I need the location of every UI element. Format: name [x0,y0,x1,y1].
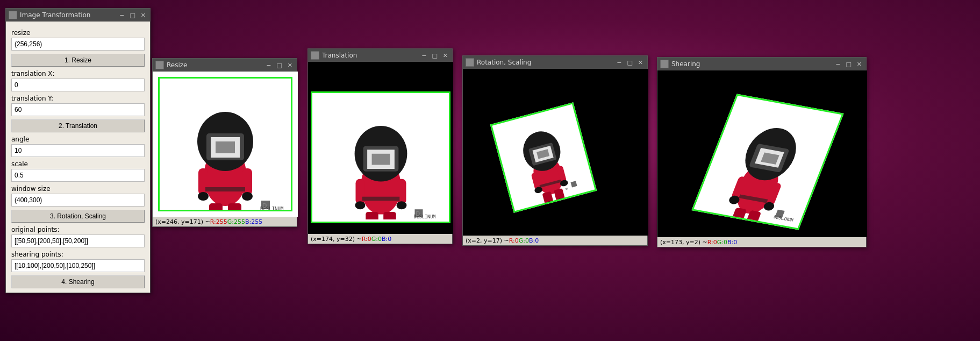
rotation-scaling-window: Rotation, Scaling − □ ✕ [462,55,648,246]
translation-character-svg: DESLINUM D [312,93,449,219]
resize-image-area: DESLINUM D [153,72,298,217]
translation-minimize[interactable]: − [420,53,428,59]
svg-rect-45 [554,188,565,202]
svg-rect-60 [731,208,747,224]
translation-status-b: B:0 [382,236,391,243]
translation-title: Translation [322,52,357,59]
resize-titlebar[interactable]: Resize − □ ✕ [153,59,297,72]
shearing-maximize[interactable]: □ [844,61,853,67]
translation-status-g: G:0 [371,236,382,243]
translation-button[interactable]: 2. Translation [11,119,145,132]
shearing-status-coords: (x=173, y=2) ~ [660,239,707,246]
shearing-status-bar: (x=173, y=2) ~ R:0 G:0 B:0 [657,237,866,247]
resize-input[interactable] [11,38,145,51]
svg-rect-26 [362,197,400,201]
control-panel-title: Image Transformation [20,11,90,19]
rotation-status-r: R:0 [509,237,519,244]
resize-status-g: G:255 [227,218,245,225]
shearing-status-r: R:0 [707,239,717,246]
shearing-button[interactable]: 4. Shearing [11,275,145,288]
svg-point-24 [355,201,366,209]
resize-button[interactable]: 1. Resize [11,54,145,67]
resize-window-icon [155,61,164,69]
rotation-status-b: B:0 [529,237,539,244]
resize-status-coords: (x=246, y=171) ~ [155,218,210,225]
resize-status-r: R:255 [210,218,227,225]
translation-close[interactable]: ✕ [441,53,449,59]
rotation-status-coords: (x=2, y=17) ~ [466,237,509,244]
rotation-close[interactable]: ✕ [636,60,645,66]
rotation-image-area: D [463,69,648,236]
svg-rect-21 [372,154,390,165]
resize-status-bar: (x=246, y=171) ~ R:255 G:255 B:255 [153,217,297,226]
shearing-close[interactable]: ✕ [855,61,863,67]
resize-status-b: B:255 [245,218,262,225]
windowSize-input[interactable] [11,194,145,207]
rotation-status-bar: (x=2, y=17) ~ R:0 G:0 B:0 [463,236,647,245]
angle-input[interactable] [11,144,145,157]
shearing-minimize[interactable]: − [834,61,842,67]
shearing-title: Shearing [671,60,700,68]
translation-window-controls: − □ ✕ [420,53,449,59]
svg-text:D: D [565,188,569,190]
rotation-scaling-titlebar[interactable]: Rotation, Scaling − □ ✕ [463,56,647,69]
scale-label: scale [11,160,145,168]
window-icon [9,11,17,19]
translationX-label: translation X: [11,70,145,77]
control-panel-content: resize 1. Resize translation X: translat… [6,22,150,293]
translationX-input[interactable] [11,79,145,91]
translation-maximize[interactable]: □ [430,53,439,59]
control-panel-window: Image Transformation − □ ✕ resize 1. Res… [5,8,151,293]
translation-image-area: DESLINUM D [308,62,453,234]
resize-close[interactable]: ✕ [286,62,294,68]
close-button[interactable]: ✕ [139,12,147,18]
svg-rect-49 [570,181,577,187]
rotation-minimize[interactable]: − [615,60,623,66]
resize-minimize[interactable]: − [264,62,273,68]
shearing-status-g: G:0 [717,239,727,246]
rotation-maximize[interactable]: □ [625,60,634,66]
window-controls: − □ ✕ [118,12,147,18]
resize-window: Resize − □ ✕ [152,58,297,227]
shearing-status-b: B:0 [727,239,737,246]
translation-window: Translation − □ ✕ [307,48,453,244]
resize-window-controls: − □ ✕ [264,62,294,68]
rotation-scaling-title: Rotation, Scaling [477,59,531,66]
shearing-window-controls: − □ ✕ [834,61,863,67]
angle-label: angle [11,136,145,143]
svg-rect-27 [366,212,378,219]
svg-rect-28 [383,212,396,219]
rotation-scaling-controls: − □ ✕ [615,60,645,66]
resize-title: Resize [167,61,187,69]
shearing-window-icon [660,60,669,68]
translation-status-coords: (x=174, y=32) ~ [311,236,362,243]
windowSize-label: window size [11,185,145,193]
translation-window-icon [311,51,319,60]
svg-text:D: D [416,210,420,217]
shearing-image-area: DESLINUM [657,70,867,237]
minimize-button[interactable]: − [118,12,126,18]
translation-status-r: R:0 [362,236,371,243]
rotation-character-svg: D [492,104,595,211]
shearing-window: Shearing − □ ✕ [657,57,867,247]
control-panel-titlebar[interactable]: Image Transformation − □ ✕ [6,9,150,22]
resize-label: resize [11,29,145,37]
shearingPoints-label: shearing points: [11,251,145,258]
svg-point-25 [397,201,407,209]
maximize-button[interactable]: □ [128,12,137,18]
rotation-scaling-button[interactable]: 3. Rotation, Scaling [11,210,145,223]
svg-point-62 [728,218,743,228]
svg-point-63 [742,221,758,228]
shearing-character-svg: DESLINUM [693,96,841,228]
scale-input[interactable] [11,169,145,182]
shearingPoints-input[interactable] [11,259,145,272]
originalPoints-input[interactable] [11,235,145,247]
translation-titlebar[interactable]: Translation − □ ✕ [308,49,452,62]
translationY-input[interactable] [11,103,145,116]
translation-status-bar: (x=174, y=32) ~ R:0 G:0 B:0 [308,234,452,244]
resize-maximize[interactable]: □ [275,62,283,68]
rotation-status-g: G:0 [519,237,529,244]
shearing-titlebar[interactable]: Shearing − □ ✕ [657,58,866,70]
rotation-window-icon [466,58,474,67]
translationY-label: translation Y: [11,95,145,102]
